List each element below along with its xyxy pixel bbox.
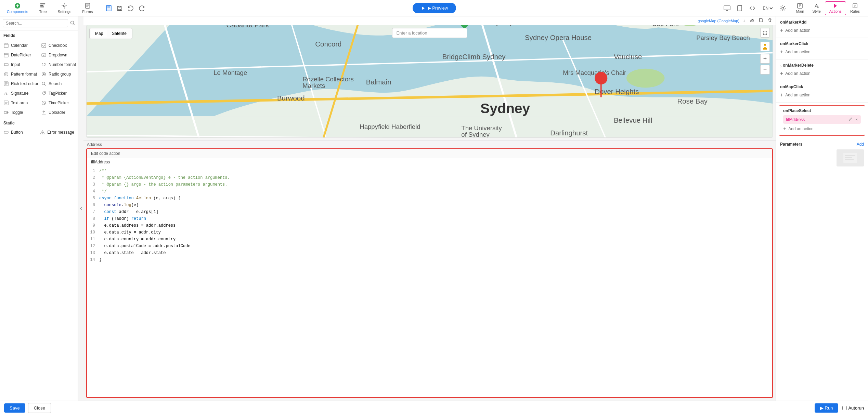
search-field-icon: [41, 81, 47, 86]
field-label-uploader: Uploader: [49, 110, 65, 115]
svg-point-114: [764, 44, 766, 46]
redo-btn[interactable]: [137, 3, 146, 13]
map-tab-satellite[interactable]: Satellite: [108, 30, 131, 37]
nav-item-components[interactable]: Components: [4, 1, 31, 15]
action-group-title-onmarkerdelete: onMarkerDelete: [783, 63, 814, 68]
field-item-pattern-format[interactable]: P Pattern format: [2, 69, 40, 79]
field-item-tag-picker[interactable]: TagPicker: [40, 89, 77, 98]
svg-text:Balmain: Balmain: [366, 78, 391, 86]
sidebar-collapse-btn[interactable]: [78, 16, 83, 401]
preview-button[interactable]: ▶ Preview: [413, 3, 456, 13]
tree-icon: [40, 3, 46, 9]
field-item-checkbox[interactable]: Checkbox: [40, 41, 77, 50]
field-item-dropdown[interactable]: Dropdown: [40, 50, 77, 60]
search-icon: [70, 21, 75, 25]
search-icon-btn[interactable]: [70, 21, 75, 26]
svg-rect-9: [106, 5, 111, 11]
svg-text:Sydney Opera House: Sydney Opera House: [525, 34, 592, 41]
map-delete-btn[interactable]: [767, 17, 773, 24]
field-item-button[interactable]: Button: [2, 128, 38, 137]
play-icon: [421, 6, 426, 11]
desktop-icon-btn[interactable]: [722, 4, 732, 12]
map-zoom-in-btn[interactable]: +: [760, 54, 770, 64]
field-label-input: Input: [11, 62, 20, 67]
tab-main[interactable]: Main: [792, 2, 808, 15]
map-copy-btn[interactable]: [758, 17, 764, 24]
map-svg: Sydney Concord Cabarita Park Abbotsford …: [87, 25, 773, 137]
undo-btn[interactable]: [126, 3, 135, 13]
code-line: 14 }: [87, 257, 772, 264]
svg-text:BridgeClimb Sydney: BridgeClimb Sydney: [442, 53, 506, 61]
code-line: 2 * @param {ActionEventArgs} e - the act…: [87, 175, 772, 182]
field-label-timepicker: TimePicker: [49, 101, 69, 105]
run-button[interactable]: ▶ Run: [815, 403, 838, 413]
autorun-checkbox[interactable]: [842, 406, 847, 410]
svg-rect-2: [40, 5, 43, 6]
map-streetview-btn[interactable]: [760, 42, 770, 51]
svg-text:Cabarita Park: Cabarita Park: [226, 25, 269, 29]
field-item-datepicker[interactable]: DatePicker: [2, 50, 40, 60]
map-link-btn[interactable]: [749, 17, 755, 24]
page-icon-btn[interactable]: [104, 3, 114, 13]
copy-icon: [759, 18, 763, 23]
code-icon-btn[interactable]: [748, 4, 757, 12]
plus-icon-onmapclick: +: [780, 92, 783, 98]
trash-icon: [767, 18, 772, 23]
add-action-row-onmarkeradd[interactable]: + Add an action: [780, 27, 864, 34]
params-placeholder-img: [843, 153, 857, 163]
svg-rect-64: [760, 19, 763, 22]
map-tab-map[interactable]: Map: [91, 30, 107, 37]
map-fullscreen-btn[interactable]: [760, 28, 770, 38]
nav-item-tree[interactable]: Tree: [36, 1, 49, 15]
field-item-error-message[interactable]: Error message: [38, 128, 76, 137]
rich-text-icon: [3, 81, 9, 86]
search-input[interactable]: [3, 19, 68, 27]
desktop-icon: [724, 5, 730, 11]
field-item-signature[interactable]: Signature: [2, 89, 40, 98]
params-placeholder: [780, 149, 864, 166]
add-action-row-onplaceselect[interactable]: + Add an action: [783, 125, 861, 133]
map-zoom-out-btn[interactable]: −: [760, 65, 770, 75]
field-item-search[interactable]: Search: [40, 79, 77, 89]
close-button[interactable]: Close: [28, 403, 51, 413]
language-select[interactable]: EN: [761, 5, 774, 11]
tab-actions[interactable]: Actions: [825, 1, 846, 15]
field-item-input[interactable]: Input: [2, 60, 40, 69]
add-action-row-onmarkerdelete[interactable]: + Add an action: [780, 70, 864, 77]
collapse-onmarkerdelete-btn[interactable]: ›: [780, 64, 781, 69]
toolbar-right: EN Main: [722, 1, 864, 15]
delete-fill-address-btn[interactable]: ×: [855, 117, 858, 122]
field-item-timepicker[interactable]: TimePicker: [40, 98, 77, 108]
code-line: 9 e.data.address = addr.address: [87, 223, 772, 230]
add-action-row-onmapclick[interactable]: + Add an action: [780, 91, 864, 99]
tab-style[interactable]: Style: [808, 2, 825, 15]
nav-item-forms[interactable]: Forms: [79, 1, 95, 15]
field-item-calendar[interactable]: Calendar: [2, 41, 40, 50]
svg-rect-12: [119, 9, 121, 11]
add-action-row-onmarkerclick[interactable]: + Add an action: [780, 48, 864, 56]
action-group-onmarkerdelete: › onMarkerDelete + Add an action: [776, 59, 868, 81]
autorun-label[interactable]: Autorun: [842, 405, 864, 411]
field-item-uploader[interactable]: Uploader: [40, 108, 77, 117]
map-add-btn[interactable]: +: [742, 17, 746, 24]
plus-icon-onmarkerclick: +: [780, 49, 783, 55]
field-item-radio-group[interactable]: Radio group: [40, 69, 77, 79]
tab-rules[interactable]: Rules: [846, 2, 864, 15]
edit-fill-address-btn[interactable]: [848, 117, 853, 122]
map-search-box[interactable]: Enter a location: [392, 28, 467, 38]
parameters-add-btn[interactable]: Add: [857, 142, 864, 147]
field-item-number-format[interactable]: 123 Number format: [40, 60, 77, 69]
save-icon-btn[interactable]: [115, 3, 125, 13]
svg-text:Burwood: Burwood: [277, 94, 305, 102]
map-component-link[interactable]: googleMap (GoogleMap): [698, 19, 739, 23]
field-item-toggle[interactable]: Toggle: [2, 108, 40, 117]
svg-rect-1: [40, 3, 45, 4]
code-editor-body[interactable]: 1 /** 2 * @param {ActionEventArgs} e - t…: [87, 166, 772, 397]
field-item-textarea[interactable]: Text area: [2, 98, 40, 108]
field-item-rich-text[interactable]: Rich text editor: [2, 79, 40, 89]
svg-point-63: [42, 133, 43, 134]
nav-item-settings[interactable]: Settings: [55, 1, 74, 15]
tablet-icon-btn[interactable]: [736, 4, 743, 13]
settings-gear-btn[interactable]: [778, 3, 788, 13]
save-button[interactable]: Save: [4, 403, 25, 413]
